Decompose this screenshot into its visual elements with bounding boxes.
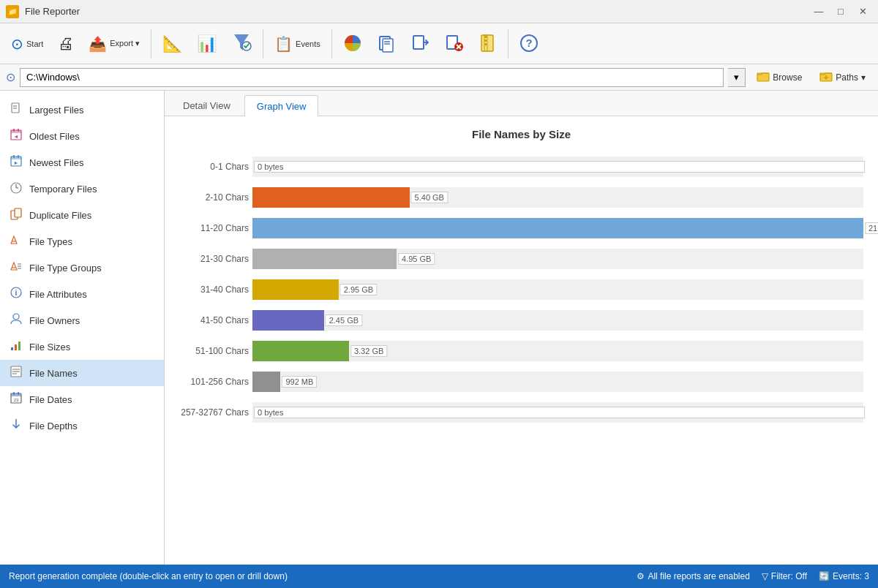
export-button[interactable]: 📤 Export ▾: [82, 26, 146, 61]
sidebar-item-file-dates[interactable]: 23 File Dates: [0, 386, 164, 412]
browse-button[interactable]: Browse: [750, 67, 808, 88]
bar-track-51-100[interactable]: 3.32 GB: [252, 341, 863, 361]
print-button[interactable]: 🖨: [51, 26, 80, 61]
svg-rect-54: [11, 347, 13, 350]
pie-icon: [343, 34, 362, 54]
delete-doc-button[interactable]: [438, 26, 470, 61]
chart-title: File Names by Size: [179, 128, 863, 140]
content-area: Detail ViewGraph View File Names by Size…: [165, 91, 878, 565]
events-status-text: Events: 3: [833, 571, 869, 581]
bar-track-41-50[interactable]: 2.45 GB: [252, 310, 863, 331]
sidebar-item-file-names[interactable]: File Names: [0, 360, 164, 386]
sidebar-item-file-owners[interactable]: File Owners: [0, 307, 164, 333]
events-label: Events: [296, 39, 320, 48]
events-button[interactable]: 📋 Events: [268, 26, 327, 61]
title-bar-left: 📁 File Reporter: [6, 5, 80, 18]
svg-rect-4: [383, 39, 393, 52]
bar-value-101-256: 992 MB: [282, 376, 317, 388]
filter-status-text: Filter: Off: [771, 571, 807, 581]
bar-value-21-30: 4.95 GB: [398, 253, 435, 265]
bar-label-101-256: 101-256 Chars: [179, 377, 249, 387]
pie-button[interactable]: [337, 26, 369, 61]
sidebar-label-temporary-files: Temporary Files: [29, 184, 97, 195]
sidebar-item-newest-files[interactable]: ► Newest Files: [0, 149, 164, 176]
bar-value-0-1: 0 bytes: [254, 161, 865, 173]
bar-row-11-20: 11-20 Chars 21.0 GB: [252, 216, 863, 240]
svg-rect-43: [15, 208, 21, 217]
sidebar-item-file-type-groups[interactable]: File Type Groups: [0, 255, 164, 281]
sidebar-item-file-types[interactable]: File Types: [0, 228, 164, 255]
print-icon: 🖨: [58, 34, 74, 53]
close-button[interactable]: ✕: [853, 4, 872, 20]
bar-track-0-1[interactable]: 0 bytes: [252, 157, 863, 177]
file-sizes-icon: [9, 339, 23, 355]
sidebar-item-duplicate-files[interactable]: Duplicate Files: [0, 202, 164, 228]
copy-doc-button[interactable]: [370, 26, 402, 61]
start-icon: ⊙: [11, 35, 23, 53]
reports-status: ⚙ All file reports are enabled: [637, 571, 749, 581]
svg-text:►: ►: [14, 160, 19, 165]
address-dropdown[interactable]: ▾: [728, 68, 746, 87]
navigate-doc-button[interactable]: [404, 26, 436, 61]
svg-text:23: 23: [14, 398, 19, 402]
bar-track-21-30[interactable]: 4.95 GB: [252, 249, 863, 269]
sidebar-label-file-owners: File Owners: [29, 315, 80, 326]
app-icon: 📁: [6, 5, 19, 18]
bar-label-0-1: 0-1 Chars: [179, 162, 249, 172]
bar-track-2-10[interactable]: 5.40 GB: [252, 187, 863, 208]
sidebar: Largest Files ◄ Oldest Files ► Newest Fi…: [0, 91, 165, 565]
tabs-bar: Detail ViewGraph View: [165, 91, 878, 116]
nav-back-icon: ⊙: [6, 70, 15, 84]
sidebar-item-file-depths[interactable]: File Depths: [0, 412, 164, 439]
sidebar-item-oldest-files[interactable]: ◄ Oldest Files: [0, 123, 164, 149]
bar-row-0-1: 0-1 Chars 0 bytes: [252, 155, 863, 178]
maximize-button[interactable]: □: [831, 4, 850, 20]
sidebar-item-temporary-files[interactable]: Temporary Files: [0, 176, 164, 202]
zip-button[interactable]: [471, 26, 503, 61]
bar-value-31-40: 2.95 GB: [340, 284, 377, 295]
filter-check-button[interactable]: [225, 26, 258, 61]
sidebar-label-file-attributes: File Attributes: [29, 289, 87, 300]
chart-container: File Names by Size 0-1 Chars 0 bytes 2-1…: [165, 116, 878, 565]
measure-button[interactable]: 📐: [156, 26, 189, 61]
navigate-doc-icon: [410, 34, 429, 54]
bar-label-31-40: 31-40 Chars: [179, 284, 249, 295]
bar-track-257-32767[interactable]: 0 bytes: [252, 402, 863, 423]
sidebar-label-oldest-files: Oldest Files: [29, 131, 80, 142]
bar-label-11-20: 11-20 Chars: [179, 223, 249, 233]
minimize-button[interactable]: —: [809, 4, 828, 20]
status-left: Report generation complete (double-click…: [9, 571, 288, 581]
sidebar-item-largest-files[interactable]: Largest Files: [0, 97, 164, 123]
events-icon: 📋: [274, 35, 293, 53]
app-title: File Reporter: [25, 6, 80, 17]
svg-rect-35: [11, 157, 21, 159]
bar-label-257-32767: 257-32767 Chars: [179, 407, 249, 418]
paths-button[interactable]: Paths ▾: [813, 67, 872, 88]
chart-button[interactable]: 📊: [190, 26, 223, 61]
file-names-icon: [9, 365, 23, 381]
bar-track-101-256[interactable]: 992 MB: [252, 372, 863, 392]
filter-check-icon: [231, 31, 252, 56]
help-button[interactable]: ?: [513, 26, 545, 61]
address-input[interactable]: [20, 68, 724, 87]
bar-row-31-40: 31-40 Chars 2.95 GB: [252, 278, 863, 301]
sidebar-item-file-attributes[interactable]: i File Attributes: [0, 281, 164, 307]
help-icon: ?: [519, 34, 539, 54]
separator-4: [508, 29, 509, 59]
bar-value-257-32767: 0 bytes: [254, 407, 865, 418]
tab-detail-view[interactable]: Detail View: [170, 95, 243, 116]
bar-fill-21-30: 4.95 GB: [252, 249, 397, 269]
tab-graph-view[interactable]: Graph View: [244, 95, 319, 116]
paths-label: Paths: [836, 72, 858, 83]
start-button[interactable]: ⊙ Start: [4, 26, 50, 61]
export-label: Export ▾: [110, 39, 140, 48]
sidebar-label-duplicate-files: Duplicate Files: [29, 210, 91, 221]
sidebar-item-file-sizes[interactable]: File Sizes: [0, 333, 164, 360]
bar-track-31-40[interactable]: 2.95 GB: [252, 279, 863, 300]
bar-label-2-10: 2-10 Chars: [179, 192, 249, 203]
bar-track-11-20[interactable]: 21.0 GB: [252, 218, 863, 238]
bar-row-2-10: 2-10 Chars 5.40 GB: [252, 186, 863, 209]
file-owners-icon: [9, 312, 23, 328]
bar-fill-51-100: 3.32 GB: [252, 341, 349, 361]
bar-fill-31-40: 2.95 GB: [252, 279, 339, 300]
